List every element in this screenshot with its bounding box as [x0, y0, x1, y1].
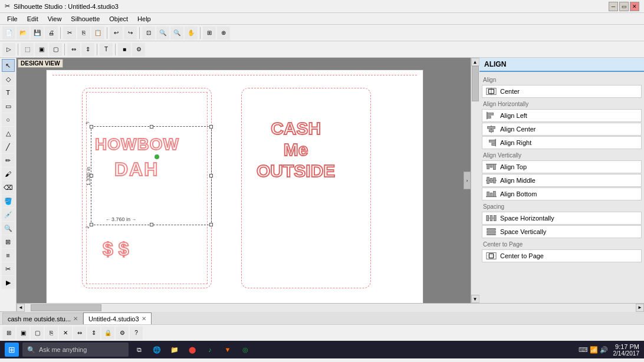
scroll-thumb-v[interactable]	[472, 66, 479, 101]
tool-polygon[interactable]: △	[2, 127, 15, 140]
scroll-right-button[interactable]: ►	[636, 304, 644, 312]
align-bottom-button[interactable]: Align Bottom	[482, 187, 642, 200]
tool-pointer[interactable]: ↖	[2, 59, 15, 72]
handle-br[interactable]	[209, 223, 213, 226]
menu-object[interactable]: Object	[104, 14, 133, 24]
minimize-button[interactable]: ─	[609, 2, 618, 11]
menu-view[interactable]: View	[43, 14, 67, 24]
align-right-button[interactable]: Align Right	[482, 136, 642, 149]
tool-text[interactable]: T	[2, 86, 15, 99]
zoom-fit-button[interactable]: ⊡	[142, 27, 155, 40]
tool-cut[interactable]: ✂	[2, 262, 15, 275]
app2-icon[interactable]: ◎	[238, 343, 252, 357]
tool-ellipse[interactable]: ○	[2, 113, 15, 126]
explorer-icon[interactable]: 📁	[167, 343, 182, 357]
scroll-thumb-h[interactable]	[31, 304, 101, 311]
tab-cash-me-close[interactable]: ✕	[73, 315, 78, 322]
ungroup-button[interactable]: ▢	[49, 43, 62, 56]
status-lock-button[interactable]: 🔒	[101, 327, 114, 340]
edge-icon[interactable]: 🌐	[150, 343, 164, 357]
canvas-area[interactable]: DESIGN VIEW	[17, 58, 471, 303]
status-group-button[interactable]: ▣	[17, 327, 29, 340]
scroll-down-button[interactable]: ▼	[471, 295, 479, 303]
print-button[interactable]: 🖨	[45, 27, 58, 40]
app1-icon[interactable]: ▼	[221, 343, 235, 357]
grid-button[interactable]: ⊞	[203, 27, 216, 40]
cut-button[interactable]: ✂	[63, 27, 76, 40]
align-top-button[interactable]: Align Top	[482, 160, 642, 173]
select-all-button[interactable]: ⬚	[21, 43, 34, 56]
send-button[interactable]: ▷	[2, 43, 15, 56]
status-delete-button[interactable]: ✕	[59, 327, 72, 340]
taskview-button[interactable]: ⧉	[132, 343, 146, 357]
tool-zoom[interactable]: 🔍	[2, 222, 15, 235]
paste-button[interactable]: 📋	[91, 27, 104, 40]
snap-button[interactable]: ⊕	[217, 27, 230, 40]
zoom-in-button[interactable]: 🔍	[170, 27, 183, 40]
new-button[interactable]: 📄	[2, 27, 15, 40]
tool-grid[interactable]: ⊞	[2, 235, 15, 248]
tool-layers[interactable]: ≡	[2, 249, 15, 262]
flip-h-button[interactable]: ⇔	[67, 43, 80, 56]
horizontal-scrollbar[interactable]: ◄ ►	[17, 303, 644, 311]
redo-button[interactable]: ↪	[124, 27, 137, 40]
tool-brush[interactable]: 🖌	[2, 167, 15, 180]
scroll-up-button[interactable]: ▲	[471, 58, 479, 66]
open-button[interactable]: 📂	[17, 27, 29, 40]
status-flip-h-button[interactable]: ⇔	[73, 327, 86, 340]
vertical-scrollbar[interactable]: ▲ ▼	[471, 58, 479, 303]
handle-bl[interactable]	[90, 223, 93, 226]
align-middle-button[interactable]: Align Middle	[482, 174, 642, 187]
restore-button[interactable]: ▭	[619, 2, 629, 11]
tool-media[interactable]: ▶	[2, 276, 15, 289]
chrome-icon[interactable]: ⬤	[185, 343, 199, 357]
tool-pen[interactable]: ✏	[2, 154, 15, 167]
menu-help[interactable]: Help	[133, 14, 156, 24]
status-settings-button[interactable]: ⚙	[116, 327, 129, 340]
status-copy-button[interactable]: ⎘	[45, 327, 58, 340]
zoom-out-button[interactable]: 🔍	[156, 27, 169, 40]
copy-button[interactable]: ⎘	[77, 27, 90, 40]
align-left-button[interactable]: Align Left	[482, 109, 642, 122]
status-ungroup-button[interactable]: ▢	[31, 327, 44, 340]
tool-rect[interactable]: ▭	[2, 100, 15, 113]
tab-untitled-close[interactable]: ✕	[142, 315, 146, 322]
status-help-button[interactable]: ?	[130, 327, 143, 340]
space-h-button[interactable]: Space Horizontally	[482, 212, 642, 225]
tool-node[interactable]: ◇	[2, 73, 15, 85]
tool-fill[interactable]: 🪣	[2, 195, 15, 208]
handle-mr[interactable]	[209, 174, 213, 177]
start-button[interactable]: ⊞	[5, 343, 19, 357]
text-button[interactable]: T	[100, 43, 113, 56]
settings-button[interactable]: ⚙	[132, 43, 145, 56]
fill-button[interactable]: ■	[118, 43, 131, 56]
scroll-track-h[interactable]	[25, 304, 636, 312]
close-button[interactable]: ✕	[630, 2, 639, 11]
scroll-track-v[interactable]	[471, 66, 479, 295]
space-v-button[interactable]: Space Vertically	[482, 225, 642, 238]
pan-button[interactable]: ✋	[185, 27, 198, 40]
undo-button[interactable]: ↩	[110, 27, 123, 40]
tool-line[interactable]: ╱	[2, 140, 15, 153]
flip-v-button[interactable]: ⇕	[81, 43, 94, 56]
menu-edit[interactable]: Edit	[22, 14, 43, 24]
tool-eraser[interactable]: ⌫	[2, 181, 15, 194]
handle-tr[interactable]	[209, 125, 213, 129]
align-center-button[interactable]: Align Center	[482, 123, 642, 136]
tool-eyedrop[interactable]: 💉	[2, 208, 15, 221]
status-layers-button[interactable]: ⊞	[2, 327, 15, 340]
panel-expand-button[interactable]: ›	[464, 172, 471, 189]
handle-tl[interactable]	[90, 125, 93, 129]
tab-untitled[interactable]: Untitled-4.studio3 ✕	[83, 312, 152, 324]
tab-cash-me[interactable]: cash me outside.stu... ✕	[2, 312, 83, 324]
handle-bm[interactable]	[150, 223, 153, 226]
menu-file[interactable]: File	[2, 14, 22, 24]
save-button[interactable]: 💾	[31, 27, 44, 40]
spotify-icon[interactable]: ♪	[203, 343, 217, 357]
handle-tm[interactable]	[150, 125, 153, 129]
scroll-left-button[interactable]: ◄	[17, 304, 25, 312]
status-flip-v-button[interactable]: ⇕	[87, 327, 100, 340]
center-button[interactable]: Center	[482, 85, 642, 98]
search-bar[interactable]: 🔍 Ask me anything	[22, 343, 129, 357]
center-to-page-button[interactable]: Center to Page	[482, 249, 642, 262]
